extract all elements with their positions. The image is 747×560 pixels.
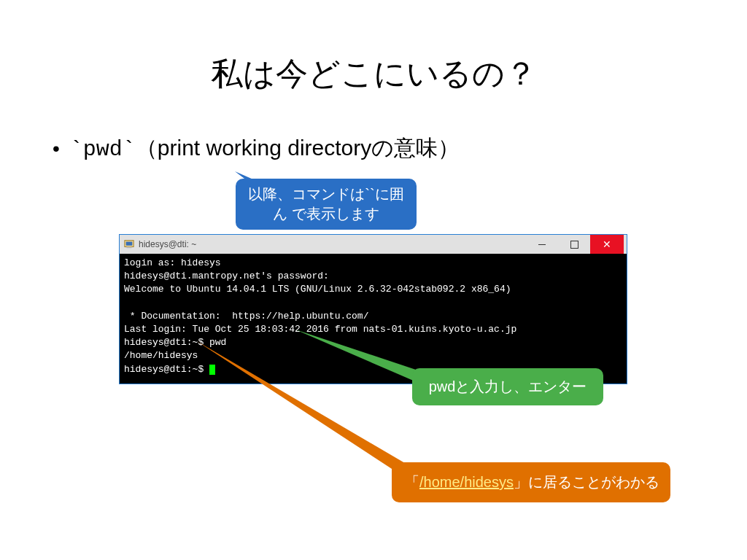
callout-pwd-enter: pwdと入力し、エンター: [412, 368, 603, 405]
callout-home-result: 「/home/hidesys」に居ることがわかる: [392, 462, 670, 502]
bullet-command: `pwd`: [70, 137, 136, 162]
term-line: Welcome to Ubuntu 14.04.1 LTS (GNU/Linux…: [124, 284, 511, 295]
title-bar: hidesys@dti: ~: [120, 235, 627, 254]
callout-bottom-path: /home/hidesys: [419, 474, 514, 490]
term-line: login as: hidesys: [124, 257, 221, 268]
callout-bottom-post: 」に居ることがわかる: [514, 474, 659, 490]
window-controls: [526, 235, 624, 254]
bullet-text: `pwd`（print working directoryの意味）: [70, 133, 460, 163]
term-line: /home/hidesys: [124, 350, 198, 361]
window-title: hidesys@dti: ~: [137, 239, 526, 249]
svg-marker-5: [197, 341, 409, 480]
svg-rect-3: [127, 247, 132, 249]
bullet-dot: •: [53, 139, 60, 159]
slide-title: 私は今どこにいるの？: [0, 52, 747, 96]
putty-icon: [124, 239, 134, 249]
maximize-button[interactable]: [558, 235, 590, 254]
bullet-explanation: （print working directoryの意味）: [136, 136, 460, 160]
term-line: hidesys@dti.mantropy.net's password:: [124, 271, 329, 281]
term-line: * Documentation: https://help.ubuntu.com…: [124, 311, 368, 322]
callout-backtick-note: 以降、コマンドは``に囲ん で表示します: [236, 179, 417, 230]
bullet-item: • `pwd`（print working directoryの意味）: [53, 133, 747, 163]
close-button[interactable]: [590, 235, 624, 254]
callout-bottom-pre: 「: [405, 474, 419, 490]
minimize-button[interactable]: [526, 235, 558, 254]
svg-rect-2: [126, 242, 133, 246]
